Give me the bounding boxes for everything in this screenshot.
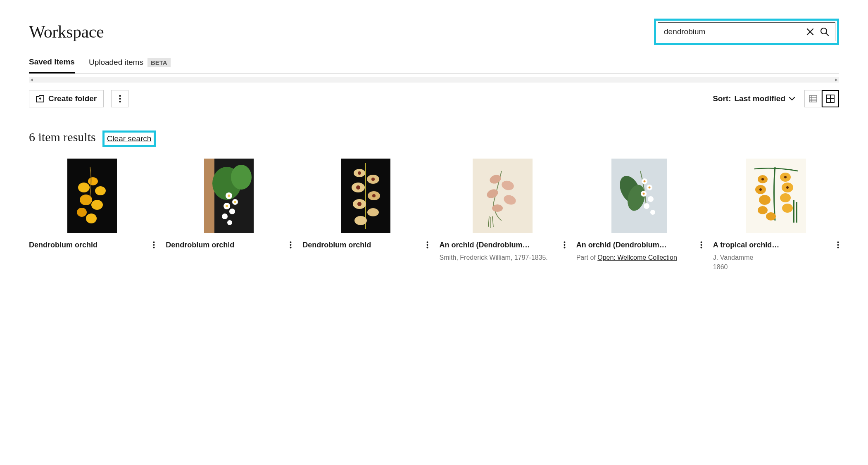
svg-point-32 bbox=[227, 220, 232, 225]
svg-point-33 bbox=[228, 195, 230, 197]
svg-point-45 bbox=[367, 208, 379, 216]
thumbnail bbox=[576, 159, 702, 233]
tab-uploaded-items[interactable]: Uploaded items BETA bbox=[89, 58, 171, 73]
svg-point-87 bbox=[782, 204, 793, 213]
svg-point-95 bbox=[837, 247, 839, 249]
grid-view-icon bbox=[826, 95, 835, 103]
beta-badge: BETA bbox=[147, 58, 171, 67]
svg-point-70 bbox=[648, 196, 654, 202]
svg-point-85 bbox=[780, 193, 791, 202]
card-partof: Part of Open: Wellcome Collection bbox=[576, 253, 702, 262]
page-title: Workspace bbox=[29, 22, 104, 42]
search-box bbox=[658, 22, 835, 41]
svg-point-35 bbox=[226, 205, 228, 207]
thumbnail bbox=[29, 159, 155, 233]
partof-link[interactable]: Open: Wellcome Collection bbox=[597, 254, 677, 261]
card-date: 1860 bbox=[713, 263, 839, 271]
clear-search-link[interactable]: Clear search bbox=[107, 134, 152, 143]
svg-point-1 bbox=[119, 95, 121, 97]
svg-point-72 bbox=[650, 210, 655, 215]
tab-saved-items[interactable]: Saved items bbox=[29, 57, 75, 74]
svg-point-84 bbox=[759, 195, 770, 205]
create-folder-label: Create folder bbox=[48, 94, 97, 103]
result-card[interactable]: An orchid (Dendrobium… Part of Open: Wel… bbox=[576, 159, 702, 271]
result-card[interactable]: An orchid (Dendrobium… Smith, Frederick … bbox=[439, 159, 565, 271]
card-title: A tropical orchid… bbox=[713, 240, 779, 250]
card-more-button[interactable] bbox=[700, 240, 702, 249]
svg-point-2 bbox=[119, 98, 121, 100]
svg-rect-55 bbox=[473, 159, 533, 233]
search-highlight bbox=[654, 19, 839, 45]
svg-point-48 bbox=[371, 178, 375, 181]
create-folder-button[interactable]: Create folder bbox=[29, 90, 104, 107]
svg-point-16 bbox=[80, 195, 92, 205]
svg-point-78 bbox=[700, 247, 702, 249]
svg-point-53 bbox=[427, 244, 428, 246]
svg-point-75 bbox=[642, 193, 644, 195]
result-card[interactable]: Dendrobium orchid bbox=[166, 159, 292, 271]
svg-point-21 bbox=[153, 244, 155, 246]
svg-point-93 bbox=[837, 242, 839, 243]
sort-value: Last modified bbox=[734, 94, 785, 103]
horizontal-scrollbar[interactable]: ◀ ▶ bbox=[29, 77, 839, 83]
kebab-icon bbox=[119, 95, 121, 103]
card-more-button[interactable] bbox=[153, 240, 155, 249]
svg-point-20 bbox=[153, 242, 155, 243]
svg-point-76 bbox=[700, 242, 702, 243]
result-card[interactable]: Dendrobium orchid bbox=[302, 159, 428, 271]
svg-point-54 bbox=[427, 247, 428, 249]
card-byline: Smith, Frederick William, 1797-1835. bbox=[439, 253, 565, 262]
tabs: Saved items Uploaded items BETA bbox=[29, 57, 839, 74]
card-more-button[interactable] bbox=[426, 240, 428, 249]
svg-point-89 bbox=[761, 178, 764, 180]
grid-view-button[interactable] bbox=[822, 90, 839, 107]
search-icon[interactable] bbox=[820, 27, 829, 36]
svg-point-30 bbox=[229, 209, 235, 214]
svg-point-3 bbox=[119, 101, 121, 102]
card-title: An orchid (Dendrobium… bbox=[439, 240, 530, 250]
search-input[interactable] bbox=[664, 26, 806, 38]
card-more-button[interactable] bbox=[837, 240, 839, 249]
svg-point-77 bbox=[700, 244, 702, 246]
thumbnail bbox=[713, 159, 839, 233]
sort-dropdown[interactable]: Sort: Last modified bbox=[713, 94, 795, 103]
card-byline: J. Vandamme bbox=[713, 253, 839, 262]
card-title: Dendrobium orchid bbox=[302, 240, 371, 250]
sort-label: Sort: bbox=[713, 94, 731, 103]
result-card[interactable]: A tropical orchid… J. Vandamme 1860 bbox=[713, 159, 839, 271]
tab-label: Uploaded items bbox=[89, 58, 143, 67]
svg-point-15 bbox=[95, 186, 106, 195]
chevron-down-icon bbox=[789, 97, 795, 101]
svg-point-18 bbox=[77, 208, 87, 217]
clear-search-highlight: Clear search bbox=[102, 130, 156, 147]
svg-point-49 bbox=[356, 185, 360, 190]
svg-point-52 bbox=[427, 242, 428, 243]
tab-label: Saved items bbox=[29, 57, 75, 66]
card-title: An orchid (Dendrobium… bbox=[576, 240, 667, 250]
thumbnail bbox=[302, 159, 428, 233]
svg-point-94 bbox=[837, 244, 839, 246]
svg-point-37 bbox=[290, 244, 292, 246]
more-actions-button[interactable] bbox=[111, 90, 128, 107]
svg-point-22 bbox=[153, 247, 155, 249]
list-view-icon bbox=[809, 95, 817, 102]
clear-search-icon[interactable] bbox=[806, 28, 814, 36]
svg-point-51 bbox=[357, 202, 361, 206]
result-card[interactable]: Dendrobium orchid bbox=[29, 159, 155, 271]
create-folder-icon bbox=[36, 95, 44, 102]
svg-point-86 bbox=[758, 206, 768, 214]
card-more-button[interactable] bbox=[290, 240, 292, 249]
svg-point-14 bbox=[88, 177, 98, 185]
svg-point-47 bbox=[358, 171, 361, 175]
svg-point-62 bbox=[564, 244, 565, 246]
svg-point-90 bbox=[784, 176, 787, 178]
svg-point-74 bbox=[648, 187, 650, 189]
scroll-left-icon: ◀ bbox=[30, 78, 33, 82]
svg-point-31 bbox=[222, 214, 228, 219]
svg-point-34 bbox=[234, 201, 236, 203]
card-title: Dendrobium orchid bbox=[29, 240, 98, 250]
list-view-button[interactable] bbox=[804, 90, 822, 107]
card-more-button[interactable] bbox=[564, 240, 566, 249]
svg-point-92 bbox=[786, 186, 789, 189]
svg-point-36 bbox=[290, 242, 292, 243]
